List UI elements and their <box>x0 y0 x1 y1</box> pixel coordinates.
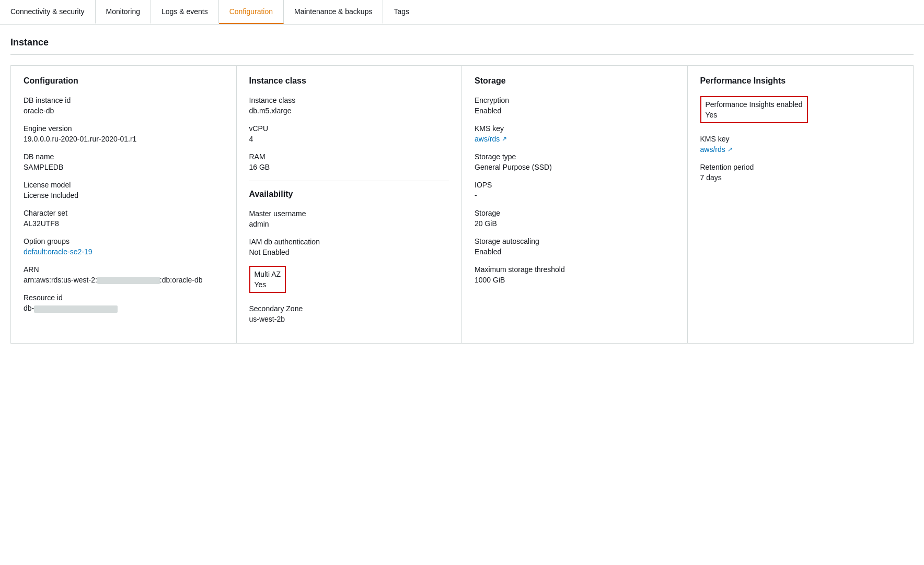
field-option-groups: Option groups default:oracle-se2-19 <box>24 237 224 256</box>
field-max-storage-threshold: Maximum storage threshold 1000 GiB <box>475 265 675 284</box>
section-title: Instance <box>10 37 914 55</box>
field-performance-insights-enabled: Performance Insights enabled Yes <box>700 96 901 125</box>
field-storage-size: Storage 20 GiB <box>475 209 675 228</box>
field-master-username: Master username admin <box>249 209 449 228</box>
field-db-name: DB name SAMPLEDB <box>24 152 224 171</box>
storage-col-title: Storage <box>475 76 675 86</box>
external-link-icon-perf: ↗ <box>727 146 733 153</box>
availability-divider <box>249 181 449 181</box>
tab-tags[interactable]: Tags <box>383 0 420 24</box>
performance-insights-highlight: Performance Insights enabled Yes <box>700 96 808 123</box>
field-multi-az: Multi AZ Yes <box>249 266 449 295</box>
kms-key-performance-link[interactable]: aws/rds <box>700 145 725 154</box>
field-arn: ARN arn:aws:rds:us-west-2::db:oracle-db <box>24 265 224 284</box>
availability-col-title: Availability <box>249 190 449 199</box>
multi-az-highlight: Multi AZ Yes <box>249 266 286 293</box>
instance-class-col-title: Instance class <box>249 76 449 86</box>
performance-column: Performance Insights Performance Insight… <box>688 66 914 343</box>
tab-bar: Connectivity & security Monitoring Logs … <box>0 0 924 25</box>
performance-col-title: Performance Insights <box>700 76 901 86</box>
field-kms-key-storage: KMS key aws/rds ↗ <box>475 124 675 143</box>
instance-class-column: Instance class Instance class db.m5.xlar… <box>237 66 463 343</box>
field-instance-class: Instance class db.m5.xlarge <box>249 96 449 115</box>
field-secondary-zone: Secondary Zone us-west-2b <box>249 304 449 323</box>
tab-logs[interactable]: Logs & events <box>151 0 219 24</box>
configuration-col-title: Configuration <box>24 76 224 86</box>
field-iops: IOPS - <box>475 181 675 199</box>
configuration-column: Configuration DB instance id oracle-db E… <box>11 66 237 343</box>
field-vcpu: vCPU 4 <box>249 124 449 143</box>
kms-key-storage-link[interactable]: aws/rds <box>475 135 500 143</box>
field-ram: RAM 16 GB <box>249 152 449 171</box>
field-license-model: License model License Included <box>24 181 224 199</box>
instance-grid: Configuration DB instance id oracle-db E… <box>10 65 914 344</box>
field-storage-type: Storage type General Purpose (SSD) <box>475 152 675 171</box>
field-encryption: Encryption Enabled <box>475 96 675 115</box>
storage-column: Storage Encryption Enabled KMS key aws/r… <box>462 66 688 343</box>
field-db-instance-id: DB instance id oracle-db <box>24 96 224 115</box>
field-kms-key-performance: KMS key aws/rds ↗ <box>700 135 901 154</box>
field-character-set: Character set AL32UTF8 <box>24 209 224 228</box>
field-storage-autoscaling: Storage autoscaling Enabled <box>475 237 675 256</box>
field-resource-id: Resource id db- <box>24 293 224 312</box>
page-body: Instance Configuration DB instance id or… <box>0 25 924 356</box>
external-link-icon: ↗ <box>502 135 507 143</box>
field-iam-auth: IAM db authentication Not Enabled <box>249 238 449 256</box>
tab-monitoring[interactable]: Monitoring <box>96 0 151 24</box>
option-groups-link[interactable]: default:oracle-se2-19 <box>24 248 93 256</box>
tab-configuration[interactable]: Configuration <box>219 0 284 24</box>
tab-connectivity[interactable]: Connectivity & security <box>0 0 96 24</box>
tab-maintenance[interactable]: Maintenance & backups <box>284 0 383 24</box>
field-retention-period: Retention period 7 days <box>700 163 901 182</box>
field-engine-version: Engine version 19.0.0.0.ru-2020-01.rur-2… <box>24 124 224 143</box>
